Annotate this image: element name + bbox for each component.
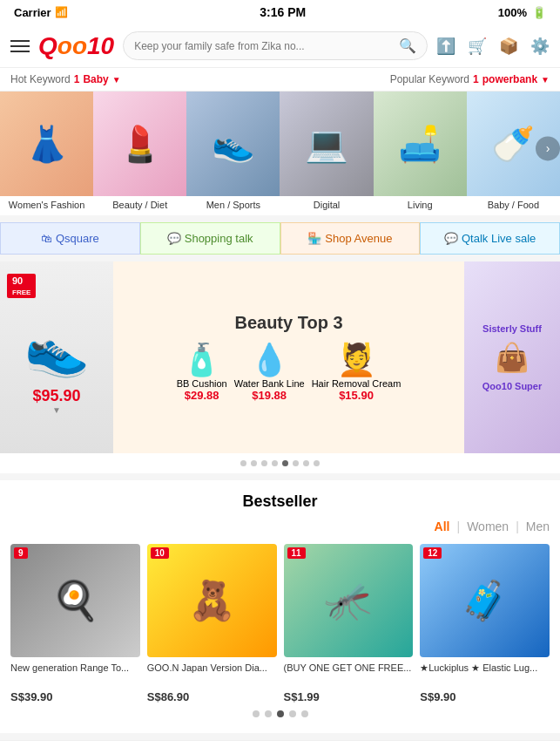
- settings-icon[interactable]: ⚙️: [530, 37, 550, 56]
- product-price-3: S$9.90: [420, 690, 550, 703]
- product-0-price: $29.88: [177, 389, 227, 402]
- page-dots: [10, 703, 550, 724]
- category-label-beauty: Beauty / Diet: [112, 196, 167, 215]
- dot-2[interactable]: [251, 460, 257, 466]
- dot-8[interactable]: [314, 460, 320, 466]
- banner-product-2[interactable]: 💆 Hair Removal Cream $15.90: [312, 342, 401, 402]
- product-title-0: New generation Range To...: [10, 662, 140, 688]
- banner-down-arrow: ▼: [52, 405, 61, 415]
- category-img-digital: 💻: [280, 92, 373, 196]
- page-dot-4[interactable]: [289, 710, 296, 717]
- bottom-nav-qchance[interactable]: Q-chance: [421, 741, 560, 747]
- banner-products: 🧴 BB Cushion $29.88 💧 Water Bank Line $1…: [177, 342, 401, 402]
- bottom-nav: Time Sale Group Buy Daily Deal Q-chance: [0, 740, 560, 747]
- carousel-inner: 90 FREE 👟 $95.90 ▼ Beauty Top 3 🧴 BB Cus…: [0, 261, 560, 453]
- product-title-2: (BUY ONE GET ONE FREE...: [284, 662, 414, 688]
- dot-7[interactable]: [303, 460, 309, 466]
- product-card-1[interactable]: 10 🧸 GOO.N Japan Version Dia... S$86.90: [147, 544, 277, 703]
- page-dot-2[interactable]: [265, 710, 272, 717]
- popular-keyword-value: powerbank: [482, 73, 537, 85]
- tab-avenue[interactable]: 🏪 Shop Avenue: [280, 222, 421, 255]
- category-item-living[interactable]: 🛋️ Living: [374, 92, 467, 215]
- category-label-digital: Digital: [314, 196, 341, 215]
- app-header: Qoo10 🔍 ⬆️ 🛒 📦 ⚙️: [0, 24, 560, 68]
- product-2-name: Hair Removal Cream: [312, 378, 401, 389]
- status-left: Carrier 📶: [14, 6, 68, 19]
- search-bar[interactable]: 🔍: [123, 31, 428, 60]
- share-icon[interactable]: ⬆️: [436, 37, 455, 56]
- cube-icon[interactable]: 📦: [499, 37, 518, 56]
- status-bar: Carrier 📶 3:16 PM 100% 🔋: [0, 0, 560, 24]
- banner-badge: 90 FREE: [7, 274, 36, 298]
- tab-shopping[interactable]: 💬 Shopping talk: [140, 222, 280, 255]
- dot-5[interactable]: [282, 460, 288, 466]
- banner-left: 90 FREE 👟 $95.90 ▼: [0, 261, 113, 453]
- hot-keyword-dropdown[interactable]: ▼: [112, 75, 121, 85]
- bb-cushion-img: 🧴: [177, 342, 227, 378]
- category-img-living: 🛋️: [374, 92, 467, 196]
- bs-tab-men[interactable]: Men: [526, 520, 550, 533]
- category-item-beauty[interactable]: 💄 Beauty / Diet: [93, 92, 186, 215]
- bottom-nav-groupbuy[interactable]: Group Buy: [140, 741, 280, 747]
- bottom-nav-timesale[interactable]: Time Sale: [0, 741, 139, 747]
- carrier-label: Carrier: [14, 6, 51, 19]
- page-dot-5[interactable]: [301, 710, 308, 717]
- tab-qtalk[interactable]: 💬 Qtalk Live sale: [420, 222, 560, 255]
- mosquito-icon: 🦟: [324, 578, 372, 623]
- keywords-bar: Hot Keyword 1 Baby ▼ Popular Keyword 1 p…: [0, 68, 560, 92]
- header-icons: ⬆️ 🛒 📦 ⚙️: [436, 37, 550, 56]
- banner-right-brand: Sisterly Stuff: [482, 323, 542, 334]
- wifi-icon: 📶: [55, 6, 68, 18]
- banner-center: Beauty Top 3 🧴 BB Cushion $29.88 💧 Water…: [113, 261, 464, 453]
- banner-product-1[interactable]: 💧 Water Bank Line $19.88: [234, 342, 305, 402]
- product-1-name: Water Bank Line: [234, 378, 305, 389]
- tab-qsquare[interactable]: 🛍 Qsquare: [0, 222, 140, 255]
- dot-3[interactable]: [261, 460, 267, 466]
- category-item-digital[interactable]: 💻 Digital: [280, 92, 373, 215]
- product-price-2: S$1.99: [284, 690, 414, 703]
- banner-left-price: $95.90: [32, 387, 80, 405]
- page-dot-1[interactable]: [253, 710, 260, 717]
- product-badge-2: 11: [287, 547, 306, 559]
- product-card-2[interactable]: 11 🦟 (BUY ONE GET ONE FREE... S$1.99: [284, 544, 414, 703]
- hair-removal-img: 💆: [312, 342, 401, 378]
- shoe-icon: 👟: [24, 318, 90, 380]
- hot-keyword-value: Baby: [83, 73, 108, 85]
- product-0-name: BB Cushion: [177, 378, 227, 389]
- product-card-0[interactable]: 9 🍳 New generation Range To... S$39.90: [10, 544, 140, 703]
- app-logo: Qoo10: [38, 32, 114, 60]
- bs-tab-all[interactable]: All: [435, 520, 450, 533]
- product-title-3: ★Luckiplus ★ Elastic Lug...: [420, 662, 550, 688]
- category-arrow-right[interactable]: ›: [536, 136, 560, 160]
- popular-keyword-dropdown[interactable]: ▼: [541, 75, 550, 85]
- hot-keyword-item[interactable]: Hot Keyword 1 Baby ▼: [10, 73, 121, 85]
- popular-keyword-item[interactable]: Popular Keyword 1 powerbank ▼: [390, 73, 550, 85]
- dot-4[interactable]: [272, 460, 278, 466]
- product-badge-1: 10: [151, 547, 169, 559]
- banner-slide: 90 FREE 👟 $95.90 ▼ Beauty Top 3 🧴 BB Cus…: [0, 261, 560, 453]
- bottom-nav-dailydeal[interactable]: Daily Deal: [280, 741, 420, 747]
- product-price-1: S$86.90: [147, 690, 277, 703]
- bs-divider-1: |: [457, 520, 461, 533]
- dot-1[interactable]: [240, 460, 246, 466]
- dot-6[interactable]: [293, 460, 299, 466]
- search-icon: 🔍: [399, 37, 416, 54]
- product-card-3[interactable]: 12 🧳 ★Luckiplus ★ Elastic Lug... S$9.90: [420, 544, 550, 703]
- category-label-women: Women's Fashion: [9, 196, 85, 215]
- product-img-3: 12 🧳: [420, 544, 550, 657]
- category-item-women[interactable]: 👗 Women's Fashion: [0, 92, 93, 215]
- page-dot-3[interactable]: [277, 710, 284, 717]
- bs-tab-women[interactable]: Women: [467, 520, 509, 533]
- menu-button[interactable]: [10, 40, 30, 52]
- banner-product-0[interactable]: 🧴 BB Cushion $29.88: [177, 342, 227, 402]
- search-input[interactable]: [134, 40, 399, 52]
- avenue-icon: 🏪: [307, 232, 321, 245]
- cart-icon[interactable]: 🛒: [468, 37, 487, 56]
- product-2-price: $15.90: [312, 389, 401, 402]
- category-img-women: 👗: [0, 92, 93, 196]
- qtalk-label: Qtalk Live sale: [462, 232, 536, 245]
- qtalk-icon: 💬: [444, 232, 458, 245]
- goon-icon: 🧸: [188, 578, 236, 623]
- nav-tabs: 🛍 Qsquare 💬 Shopping talk 🏪 Shop Avenue …: [0, 222, 560, 255]
- category-item-men[interactable]: 👟 Men / Sports: [186, 92, 280, 215]
